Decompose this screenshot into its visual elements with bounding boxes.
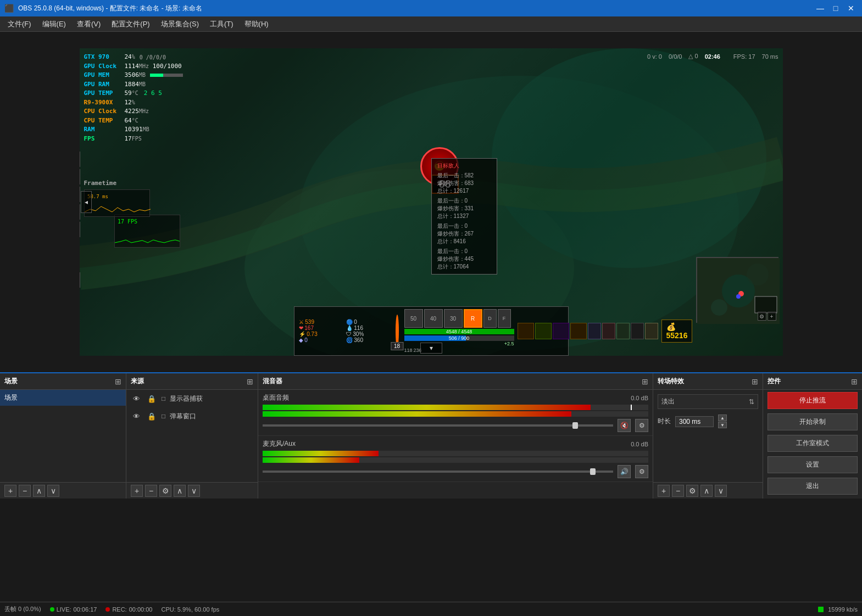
toolbar-scroll-down[interactable]: ▼ — [80, 272, 80, 288]
toolbar-btn-drop[interactable]: 💧 — [80, 204, 80, 220]
mixer-channel-desktop-header: 桌面音频 0.0 dB — [263, 393, 648, 402]
menu-scene-collection[interactable]: 场景集合(S) — [155, 17, 204, 31]
transitions-content: 淡出 ⇅ 时长 ▲ ▼ — [653, 390, 763, 433]
mixer-mic-controls[interactable]: 🔊 ⚙ — [263, 465, 648, 478]
mixer-desktop-mute[interactable]: 🔇 — [618, 419, 631, 432]
controls-header-actions[interactable]: ⊞ — [851, 377, 858, 386]
close-button[interactable]: ✕ — [844, 2, 858, 15]
skill-f[interactable]: F — [498, 309, 511, 328]
mixer-header-actions[interactable]: ⊞ — [642, 377, 648, 386]
sources-header-actions[interactable]: ⊞ — [247, 377, 253, 386]
menu-profile[interactable]: 配置文件(P) — [106, 17, 155, 31]
cpu-clock-value: 4225MHz — [125, 107, 149, 116]
source-popup[interactable]: 👁 🔒 □ 弹幕窗口 — [126, 407, 258, 425]
menu-tools[interactable]: 工具(T) — [204, 17, 239, 31]
duration-up[interactable]: ▲ — [718, 415, 727, 421]
transitions-bottom-toolbar[interactable]: + − ⚙ ∧ ∨ — [653, 482, 763, 499]
scene-item[interactable]: 场景 — [0, 390, 126, 406]
toolbar-btn-1[interactable]: ↺ — [80, 152, 80, 167]
scene-add-btn[interactable]: + — [4, 485, 16, 497]
minimap-controls[interactable]: ⚙ + — [758, 312, 776, 321]
source-icon-1: □ — [162, 395, 165, 402]
source-lock-1[interactable]: 🔒 — [146, 393, 157, 404]
controls-expand-icon[interactable]: ⊞ — [851, 377, 858, 386]
item-4[interactable] — [570, 323, 587, 339]
transitions-toolbar[interactable]: + − ⚙ ∧ ∨ — [653, 482, 763, 499]
toolbar-btn-star[interactable]: ✦ — [80, 222, 80, 237]
item-7[interactable] — [616, 323, 630, 339]
menu-edit[interactable]: 编辑(E) — [37, 17, 71, 31]
item-1[interactable] — [518, 323, 534, 339]
transitions-settings-btn[interactable]: ⚙ — [686, 485, 698, 497]
stop-streaming-button[interactable]: 停止推流 — [768, 392, 858, 409]
mixer-title: 混音器 — [263, 377, 282, 386]
transitions-down-btn[interactable]: ∨ — [715, 485, 727, 497]
settings-button[interactable]: 设置 — [768, 456, 858, 473]
duration-input[interactable] — [675, 416, 714, 427]
mixer-mic-mute[interactable]: 🔊 — [618, 465, 631, 478]
mixer-desktop-slider[interactable] — [263, 424, 613, 427]
mixer-desktop-settings[interactable]: ⚙ — [635, 419, 648, 432]
sources-remove-btn[interactable]: − — [145, 485, 157, 497]
skill-1[interactable]: 50 — [404, 309, 423, 328]
transitions-up-btn[interactable]: ∧ — [700, 485, 713, 497]
scroll-left-btn[interactable]: ◂ — [81, 191, 92, 213]
scene-up-btn[interactable]: ∧ — [33, 485, 45, 497]
item-5[interactable] — [588, 323, 601, 339]
scene-header-actions[interactable]: ⊞ — [115, 377, 121, 386]
minimize-button[interactable]: — — [814, 2, 827, 15]
cpu-label: R9-3900X — [84, 98, 123, 108]
status-drop: 丢帧 0 (0.0%) — [4, 605, 41, 613]
source-eye-1[interactable]: 👁 — [131, 393, 142, 404]
maximize-button[interactable]: □ — [829, 2, 842, 15]
toolbar-btn-2[interactable]: ◎ — [80, 169, 80, 184]
titlebar-controls[interactable]: — □ ✕ — [814, 2, 858, 15]
menu-view[interactable]: 查看(V) — [71, 17, 106, 31]
mixer-expand-icon[interactable]: ⊞ — [642, 377, 648, 386]
item-8[interactable] — [631, 323, 644, 339]
sources-up-btn[interactable]: ∧ — [174, 485, 186, 497]
start-recording-button[interactable]: 开始录制 — [768, 413, 858, 430]
mixer-mic-settings[interactable]: ⚙ — [635, 465, 648, 478]
duration-down[interactable]: ▼ — [718, 422, 727, 428]
studio-mode-button[interactable]: 工作室模式 — [768, 435, 858, 452]
scene-expand-icon[interactable]: ⊞ — [115, 377, 121, 386]
exit-button[interactable]: 退出 — [768, 478, 858, 495]
minimap-btn-2[interactable]: + — [768, 312, 776, 321]
skill-3[interactable]: 30 — [444, 309, 463, 328]
transitions-header-actions[interactable]: ⊞ — [752, 377, 758, 386]
scene-down-btn[interactable]: ∨ — [47, 485, 59, 497]
scene-panel: 场景 ⊞ 场景 + − ∧ ∨ — [0, 373, 126, 499]
item-9[interactable] — [645, 323, 658, 339]
sources-toolbar[interactable]: + − ⚙ ∧ ∨ — [126, 482, 258, 499]
skill-d[interactable]: D — [483, 309, 497, 328]
item-6[interactable] — [602, 323, 615, 339]
toolbar-btn-trophy[interactable]: 🏆 — [80, 187, 80, 202]
sources-expand-icon[interactable]: ⊞ — [247, 377, 253, 386]
menu-file[interactable]: 文件(F) — [2, 17, 37, 31]
scroll-down-btn[interactable]: ▾ — [420, 343, 442, 354]
scene-remove-btn[interactable]: − — [19, 485, 31, 497]
skill-2[interactable]: 40 — [424, 309, 443, 328]
mixer-mic-slider[interactable] — [263, 471, 613, 473]
mixer-channel-desktop: 桌面音频 0.0 dB 🔇 ⚙ — [258, 390, 653, 436]
skill-r[interactable]: R — [464, 309, 482, 328]
item-2[interactable] — [535, 323, 552, 339]
sources-settings-btn[interactable]: ⚙ — [159, 485, 171, 497]
transitions-add-btn[interactable]: + — [658, 485, 670, 497]
source-eye-2[interactable]: 👁 — [131, 411, 142, 422]
sources-down-btn[interactable]: ∨ — [188, 485, 200, 497]
source-lock-2[interactable]: 🔒 — [146, 411, 157, 422]
transitions-panel: 转场特效 ⊞ 淡出 ⇅ 时长 ▲ ▼ + − ⚙ — [653, 373, 763, 499]
mixer-desktop-controls[interactable]: 🔇 ⚙ — [263, 419, 648, 432]
menu-help[interactable]: 帮助(H) — [239, 17, 274, 31]
transition-fade[interactable]: 淡出 ⇅ — [658, 394, 758, 409]
transitions-remove-btn[interactable]: − — [672, 485, 684, 497]
scene-toolbar[interactable]: + − ∧ ∨ — [0, 482, 126, 499]
sources-add-btn[interactable]: + — [131, 485, 143, 497]
duration-spinners[interactable]: ▲ ▼ — [718, 415, 727, 428]
source-display[interactable]: 👁 🔒 □ 显示器捕获 — [126, 390, 258, 407]
item-3[interactable] — [553, 323, 569, 339]
minimap-btn-1[interactable]: ⚙ — [758, 312, 766, 321]
transitions-expand-icon[interactable]: ⊞ — [752, 377, 758, 386]
